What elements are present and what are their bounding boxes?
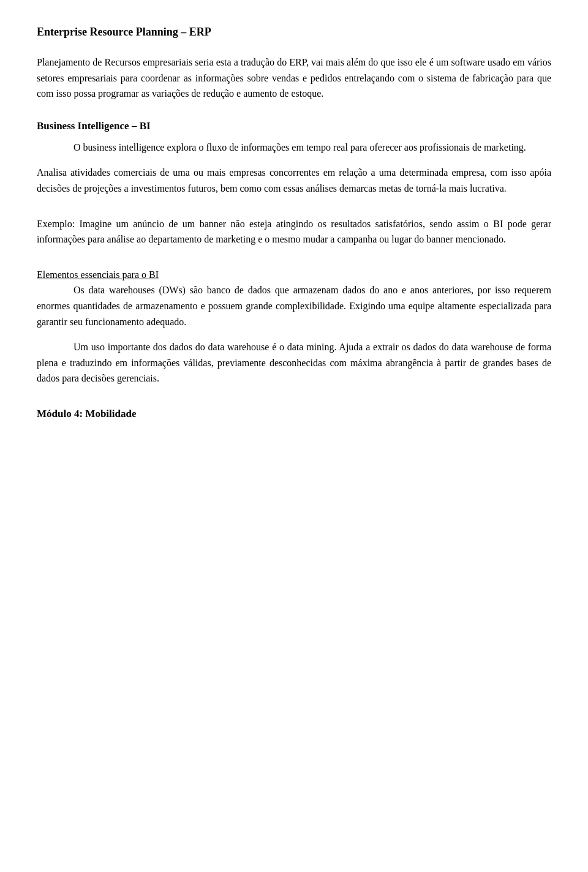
spacer-2 <box>37 257 551 267</box>
bi-title: Business Intelligence – BI <box>37 119 551 133</box>
paragraph-elementos-2: Um uso importante dos dados do data ware… <box>37 339 551 386</box>
elementos-title: Elementos essenciais para o BI <box>37 269 159 280</box>
paragraph-erp: Planejamento de Recursos empresariais se… <box>37 55 551 102</box>
modulo-title: Módulo 4: Mobilidade <box>37 406 551 422</box>
page-container: Enterprise Resource Planning – ERP Plane… <box>0 0 588 872</box>
paragraph-bi-1: O business intelligence explora o fluxo … <box>37 140 551 156</box>
paragraph-bi-2: Analisa atividades comerciais de uma ou … <box>37 165 551 196</box>
paragraph-elementos-1: Os data warehouses (DWs) são banco de da… <box>37 282 551 329</box>
main-title: Enterprise Resource Planning – ERP <box>37 24 551 40</box>
spacer-1 <box>37 206 551 216</box>
paragraph-exemplo: Exemplo: Imagine um anúncio de um banner… <box>37 216 551 247</box>
